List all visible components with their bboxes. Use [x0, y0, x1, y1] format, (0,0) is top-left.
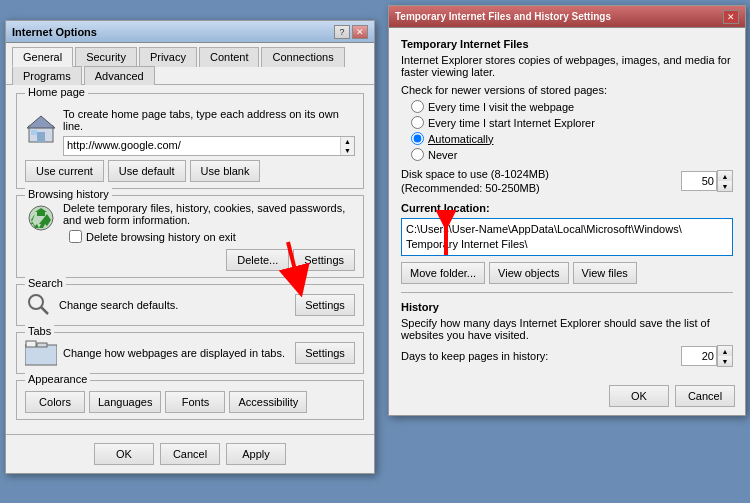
radio-label-0: Every time I visit the webpage — [428, 101, 574, 113]
use-default-button[interactable]: Use default — [108, 160, 186, 182]
browsing-desc: Delete temporary files, history, cookies… — [63, 202, 345, 226]
disk-space-input[interactable] — [681, 171, 717, 191]
dialog2-bottom-buttons: OK Cancel — [389, 377, 745, 415]
colors-button[interactable]: Colors — [25, 391, 85, 413]
accessibility-button[interactable]: Accessibility — [229, 391, 307, 413]
tabs-desc: Change how webpages are displayed in tab… — [63, 347, 289, 359]
url-scrollbar: ▲ ▼ — [340, 137, 354, 155]
url-display[interactable]: http://www.google.com/ — [64, 137, 340, 155]
dialog1-cancel-button[interactable]: Cancel — [160, 443, 220, 465]
days-spinner-down[interactable]: ▼ — [718, 356, 732, 366]
radio-label-1: Every time I start Internet Explorer — [428, 117, 595, 129]
use-blank-button[interactable]: Use blank — [190, 160, 261, 182]
dialog2-titlebar-buttons: ✕ — [723, 10, 739, 24]
history-title: History — [401, 301, 733, 313]
languages-button[interactable]: Languages — [89, 391, 161, 413]
homepage-text-area: To create home page tabs, type each addr… — [63, 108, 355, 156]
scroll-up[interactable]: ▲ — [341, 137, 354, 146]
tab-privacy[interactable]: Privacy — [139, 47, 197, 67]
search-desc: Change search defaults. — [59, 299, 289, 311]
svg-rect-9 — [26, 341, 36, 347]
radio-1[interactable] — [411, 116, 424, 129]
scroll-down[interactable]: ▼ — [341, 146, 354, 155]
homepage-buttons: Use current Use default Use blank — [25, 160, 355, 182]
spinner-up-button[interactable]: ▲ — [718, 171, 732, 181]
fonts-button[interactable]: Fonts — [165, 391, 225, 413]
tab-connections[interactable]: Connections — [261, 47, 344, 67]
tab-general[interactable]: General — [12, 47, 73, 67]
history-section: History Specify how many days Internet E… — [401, 301, 733, 367]
homepage-row: To create home page tabs, type each addr… — [25, 108, 355, 156]
dialog1-bottom-buttons: OK Cancel Apply — [6, 434, 374, 473]
tabs-settings-button[interactable]: Settings — [295, 342, 355, 364]
appearance-group-title: Appearance — [25, 373, 90, 385]
dialog2-title: Temporary Internet Files and History Set… — [395, 11, 611, 22]
tab-programs[interactable]: Programs — [12, 66, 82, 85]
spinner-controls: ▲ ▼ — [717, 170, 733, 192]
spinner-down-button[interactable]: ▼ — [718, 181, 732, 191]
days-spinner-up[interactable]: ▲ — [718, 346, 732, 356]
titlebar-buttons: ? ✕ — [334, 25, 368, 39]
help-button[interactable]: ? — [334, 25, 350, 39]
tabs-section-row: Change how webpages are displayed in tab… — [25, 339, 355, 367]
temp-files-dialog: Temporary Internet Files and History Set… — [388, 5, 746, 416]
use-current-button[interactable]: Use current — [25, 160, 104, 182]
tabs-section-title: Tabs — [25, 325, 54, 337]
tab-content[interactable]: Content — [199, 47, 260, 67]
days-row: Days to keep pages in history: ▲ ▼ — [401, 345, 733, 367]
dialog1-content: Home page To create home page tabs, type… — [6, 85, 374, 434]
view-files-button[interactable]: View files — [573, 262, 637, 284]
spinner-group: ▲ ▼ — [681, 170, 733, 192]
tabs-icon — [25, 339, 57, 367]
red-arrow-1 — [263, 237, 313, 297]
disk-space-label: Disk space to use (8-1024MB)(Recommended… — [401, 167, 549, 196]
homepage-desc: To create home page tabs, type each addr… — [63, 108, 355, 132]
dialog1-titlebar: Internet Options ? ✕ — [6, 21, 374, 43]
history-desc: Specify how many days Internet Explorer … — [401, 317, 733, 341]
appearance-group: Appearance Colors Languages Fonts Access… — [16, 380, 364, 420]
delete-history-checkbox[interactable] — [69, 230, 82, 243]
radio-0[interactable] — [411, 100, 424, 113]
dialog2-titlebar: Temporary Internet Files and History Set… — [389, 6, 745, 28]
temp-files-title: Temporary Internet Files — [401, 38, 733, 50]
days-spinner-controls: ▲ ▼ — [717, 345, 733, 367]
radio-group: Every time I visit the webpage Every tim… — [411, 100, 733, 161]
browsing-history-group: Browsing history Delete temporary files,… — [16, 195, 364, 278]
svg-rect-10 — [37, 343, 47, 347]
svg-line-5 — [288, 242, 298, 282]
search-group-title: Search — [25, 277, 66, 289]
radio-2[interactable] — [411, 132, 424, 145]
radio-label-2: Automatically — [428, 133, 493, 145]
search-settings-button[interactable]: Settings — [295, 294, 355, 316]
internet-options-dialog: Internet Options ? ✕ General Security Pr… — [5, 20, 375, 474]
move-folder-button[interactable]: Move folder... — [401, 262, 485, 284]
svg-rect-2 — [37, 132, 45, 142]
days-input[interactable] — [681, 346, 717, 366]
view-objects-button[interactable]: View objects — [489, 262, 569, 284]
svg-rect-8 — [25, 345, 57, 365]
homepage-group: Home page To create home page tabs, type… — [16, 93, 364, 189]
dialog1-apply-button[interactable]: Apply — [226, 443, 286, 465]
temp-files-desc: Internet Explorer stores copies of webpa… — [401, 54, 733, 78]
tab-advanced[interactable]: Advanced — [84, 66, 155, 85]
tabs-container: General Security Privacy Content Connect… — [6, 43, 374, 85]
dialog1-title: Internet Options — [12, 26, 97, 38]
tabs-section-group: Tabs Change how webpages are displayed i… — [16, 332, 364, 374]
tab-security[interactable]: Security — [75, 47, 137, 67]
red-arrow-2 — [421, 210, 471, 260]
svg-point-6 — [29, 295, 43, 309]
dialog2-close-button[interactable]: ✕ — [723, 10, 739, 24]
radio-row-3: Never — [411, 148, 733, 161]
dialog2-cancel-button[interactable]: Cancel — [675, 385, 735, 407]
homepage-content: To create home page tabs, type each addr… — [25, 108, 355, 182]
browsing-history-title: Browsing history — [25, 188, 112, 200]
svg-marker-1 — [27, 116, 55, 128]
radio-row-2: Automatically — [411, 132, 733, 145]
radio-row-1: Every time I start Internet Explorer — [411, 116, 733, 129]
dialog2-ok-button[interactable]: OK — [609, 385, 669, 407]
close-button[interactable]: ✕ — [352, 25, 368, 39]
days-spinner-group: ▲ ▼ — [681, 345, 733, 367]
folder-buttons: Move folder... View objects View files — [401, 262, 733, 284]
dialog1-ok-button[interactable]: OK — [94, 443, 154, 465]
radio-3[interactable] — [411, 148, 424, 161]
